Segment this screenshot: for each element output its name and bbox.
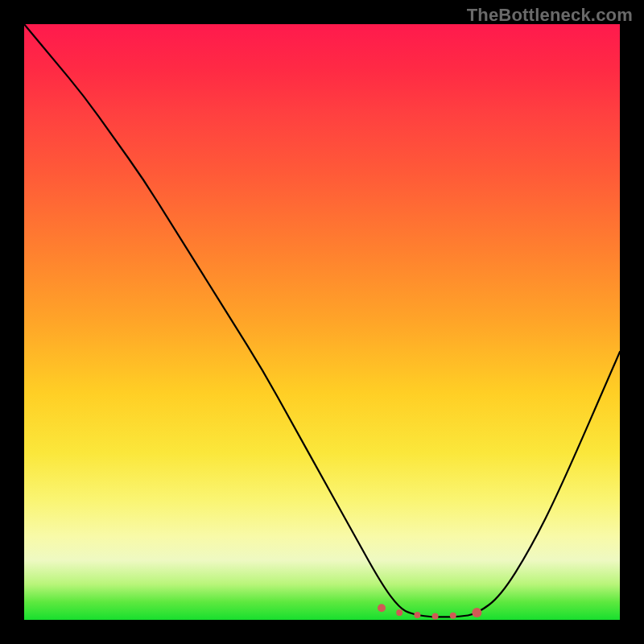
chart-frame: TheBottleneck.com — [0, 0, 644, 644]
bottleneck-curve — [24, 24, 620, 617]
marker-flat-zone-3 — [432, 613, 439, 620]
watermark-label: TheBottleneck.com — [467, 5, 633, 26]
plot-area — [24, 24, 620, 620]
marker-flat-zone-right — [472, 608, 481, 617]
chart-overlay — [24, 24, 620, 620]
marker-flat-zone-4 — [450, 613, 456, 619]
marker-flat-zone-left — [378, 604, 386, 612]
marker-flat-zone-1 — [396, 609, 402, 616]
marker-flat-zone-2 — [414, 612, 420, 618]
